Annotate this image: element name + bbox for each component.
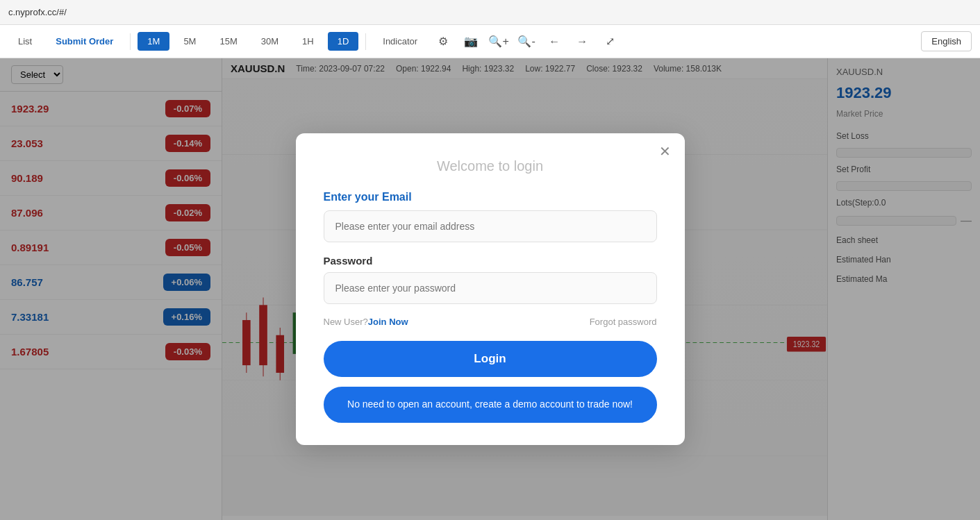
login-button[interactable]: Login	[324, 341, 657, 377]
toolbar: List Submit Order 1M 5M 15M 30M 1H 1D In…	[0, 25, 980, 58]
zoom-out-icon[interactable]: 🔍-	[515, 30, 538, 53]
modal-overlay: ✕ Welcome to login Enter your Email Pass…	[0, 58, 980, 520]
timeframe-1h[interactable]: 1H	[292, 32, 324, 51]
main-layout: Select 1923.29 -0.07% 23.053 -0.14% 90.1…	[0, 58, 980, 520]
timeframe-30m[interactable]: 30M	[251, 32, 288, 51]
login-modal: ✕ Welcome to login Enter your Email Pass…	[296, 133, 685, 445]
separator-1	[130, 33, 131, 50]
list-button[interactable]: List	[8, 32, 42, 51]
url-text: c.nyprofx.cc/#/	[8, 7, 67, 17]
modal-email-section-label: Enter your Email	[324, 191, 657, 203]
join-now-link[interactable]: Join Now	[368, 317, 408, 327]
timeframe-15m[interactable]: 15M	[210, 32, 247, 51]
arrow-right-icon[interactable]: →	[570, 30, 594, 53]
demo-account-button[interactable]: No need to open an account, create a dem…	[324, 387, 657, 423]
forgot-password-link[interactable]: Forgot password	[590, 317, 657, 327]
url-bar: c.nyprofx.cc/#/	[0, 0, 980, 25]
new-user-text: New User?Join Now	[324, 317, 408, 327]
submit-order-button[interactable]: Submit Order	[46, 32, 123, 51]
separator-2	[365, 33, 366, 50]
timeframe-1d[interactable]: 1D	[328, 32, 359, 51]
arrow-left-icon[interactable]: ←	[542, 30, 566, 53]
password-input[interactable]	[324, 272, 657, 304]
camera-icon[interactable]: 📷	[459, 30, 483, 53]
zoom-in-icon[interactable]: 🔍+	[487, 30, 510, 53]
modal-links-row: New User?Join Now Forgot password	[324, 317, 657, 327]
modal-title: Welcome to login	[324, 158, 657, 174]
fullscreen-icon[interactable]: ⤢	[598, 30, 622, 53]
timeframe-1m[interactable]: 1M	[138, 32, 169, 51]
settings-icon[interactable]: ⚙	[431, 30, 455, 53]
language-button[interactable]: English	[921, 31, 972, 51]
timeframe-5m[interactable]: 5M	[174, 32, 206, 51]
indicator-button[interactable]: Indicator	[373, 32, 427, 51]
modal-password-label: Password	[324, 255, 657, 267]
modal-close-button[interactable]: ✕	[659, 144, 671, 158]
email-input[interactable]	[324, 210, 657, 242]
